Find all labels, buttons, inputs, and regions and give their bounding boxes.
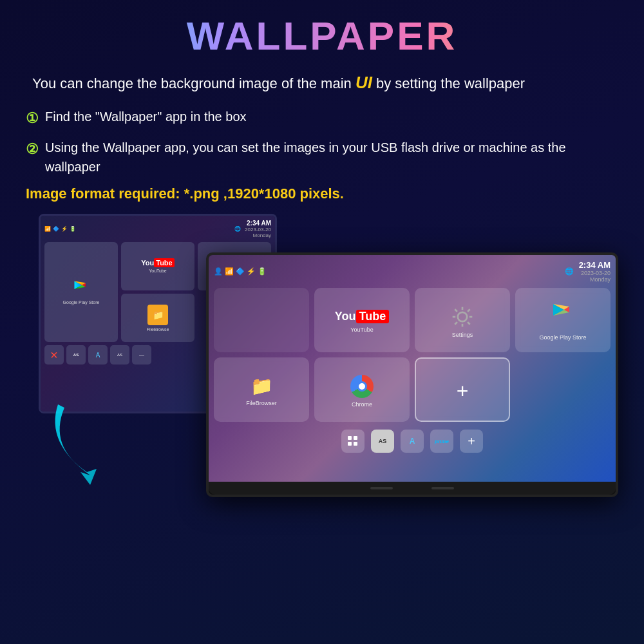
- tile-filebrowser-back[interactable]: 📁 FileBrowse: [121, 294, 194, 342]
- tv-front-stand: [209, 482, 616, 495]
- globe-icon: 🌐: [234, 226, 241, 232]
- tv-back-date: 2023-03-20: [245, 227, 271, 232]
- step-1-num: ①: [26, 108, 39, 129]
- step-1-text: Find the "Wallpaper" app in the box: [45, 107, 247, 126]
- bottom-prime-icon[interactable]: prime: [430, 430, 453, 453]
- tile-youtube-back[interactable]: YouTube YouTube: [121, 242, 194, 290]
- tv-front-status-icons: 👤 📶 🔷 ⚡ 🔋: [214, 267, 267, 276]
- tv-front: 👤 📶 🔷 ⚡ 🔋 🌐 2:34 AM 2023-03-20 Monday: [206, 252, 618, 497]
- battery-icon-front: 🔋: [258, 267, 267, 276]
- filebrowser-icon-back: 📁: [147, 305, 168, 325]
- tv-back-day: Monday: [245, 232, 271, 238]
- bottom-plus-icon[interactable]: +: [460, 430, 483, 453]
- bottom-grid-icon[interactable]: [341, 430, 365, 453]
- tile-playstore-back[interactable]: Google Play Store: [44, 242, 118, 342]
- chrome-label-front: Chrome: [352, 401, 372, 408]
- step-1: ① Find the "Wallpaper" app in the box: [26, 107, 618, 129]
- desc-highlight: UI: [355, 73, 372, 92]
- settings-gear-icon: [451, 305, 474, 328]
- grid-dot-3: [348, 442, 352, 446]
- grid-dot-1: [348, 436, 352, 440]
- small-tile-3[interactable]: A: [88, 345, 108, 365]
- small-tile-5[interactable]: —: [132, 345, 151, 365]
- screens-container: 📶 🔷 ⚡ 🔋 🌐 2:34 AM 2023-03-20 Monday: [26, 214, 618, 510]
- tile-empty-front[interactable]: [214, 288, 309, 352]
- grid-2x2-icon: [348, 436, 358, 446]
- bottom-a-icon[interactable]: A: [401, 430, 424, 453]
- tv-front-bottom-bar: AS A prime +: [214, 427, 611, 455]
- youtube-label-front: YouTube: [350, 327, 373, 333]
- desc-text2: by setting the wallpaper: [372, 75, 525, 91]
- tv-back-time: 2:34 AM: [245, 220, 271, 227]
- desc-text1: You can change the background image of t…: [32, 75, 355, 91]
- small-tile-2[interactable]: AS: [66, 345, 86, 365]
- battery-icon: 🔋: [70, 226, 76, 232]
- tv-front-screen: 👤 📶 🔷 ⚡ 🔋 🌐 2:34 AM 2023-03-20 Monday: [209, 255, 616, 482]
- filebrowser-label-front: FileBrowser: [246, 400, 277, 406]
- small-tile-4[interactable]: AS: [110, 345, 129, 365]
- tile-youtube-front[interactable]: YouTube YouTube: [314, 288, 410, 352]
- step-2-text: Using the Wallpaper app, you can set the…: [45, 138, 618, 176]
- svg-line-11: [468, 309, 470, 312]
- filebrowser-icon-front: 📁: [251, 375, 273, 397]
- svg-line-10: [468, 322, 470, 325]
- tv-front-time: 2:34 AM: [579, 260, 611, 270]
- playstore-icon-back: [72, 280, 90, 298]
- chrome-inner: [357, 381, 367, 392]
- transition-arrow: [39, 392, 142, 488]
- page: WALLPAPER You can change the background …: [0, 0, 644, 644]
- tv-front-time-block: 2:34 AM 2023-03-20 Monday: [579, 260, 611, 283]
- step-2: ② Using the Wallpaper app, you can set t…: [26, 138, 618, 176]
- tv-leg-left: [370, 487, 393, 489]
- grid-dot-4: [354, 442, 357, 446]
- bt-icon: 🔷: [53, 226, 59, 232]
- tv-front-status-bar: 👤 📶 🔷 ⚡ 🔋 🌐 2:34 AM 2023-03-20 Monday: [214, 260, 611, 283]
- chrome-icon-front: [350, 375, 374, 398]
- playstore-label-front: Google Play Store: [539, 334, 586, 341]
- tile-filebrowser-front[interactable]: 📁 FileBrowser: [214, 357, 309, 422]
- svg-point-4: [458, 312, 467, 321]
- youtube-label-back: YouTube: [149, 269, 167, 273]
- filebrowser-label-back: FileBrowse: [147, 327, 169, 332]
- plus-icon: +: [457, 379, 469, 403]
- settings-label-front: Settings: [452, 332, 473, 338]
- bottom-as-icon[interactable]: AS: [371, 430, 394, 453]
- tile-add-front[interactable]: +: [415, 357, 510, 422]
- tile-settings-front[interactable]: Settings: [415, 288, 510, 352]
- usb-icon-front: ⚡: [247, 267, 256, 276]
- tv-front-date: 2023-03-20: [579, 270, 611, 276]
- grid-dot-2: [354, 436, 357, 440]
- tv-leg-right: [431, 487, 454, 489]
- person-icon: 👤: [214, 267, 223, 276]
- tile-playstore-front[interactable]: Google Play Store: [515, 288, 611, 352]
- svg-line-9: [455, 309, 457, 312]
- wifi-icon-front: 📶: [225, 267, 234, 276]
- tile-chrome-front[interactable]: Chrome: [314, 357, 410, 422]
- tv-back-status-icons: 📶 🔷 ⚡ 🔋: [44, 226, 76, 232]
- arrow-container: [39, 392, 142, 491]
- tv-front-day: Monday: [579, 276, 611, 283]
- small-tile-1[interactable]: ❌: [44, 345, 64, 365]
- page-title: WALLPAPER: [26, 13, 618, 59]
- svg-line-12: [455, 322, 457, 325]
- usb-icon: ⚡: [61, 226, 68, 232]
- globe-icon-front: 🌐: [565, 267, 574, 276]
- step-2-num: ②: [26, 138, 39, 160]
- youtube-logo-back: YouTube: [141, 260, 174, 267]
- tv-back-status-bar: 📶 🔷 ⚡ 🔋 🌐 2:34 AM 2023-03-20 Monday: [44, 220, 271, 238]
- playstore-icon-front: [550, 303, 576, 331]
- tv-front-app-grid: YouTube YouTube: [214, 288, 611, 422]
- image-format-text: Image format required: *.png ,1920*1080 …: [26, 185, 618, 202]
- description: You can change the background image of t…: [26, 70, 618, 95]
- bt-icon-front: 🔷: [236, 267, 245, 276]
- wifi-icon: 📶: [44, 226, 51, 232]
- tv-back-time-block: 2:34 AM 2023-03-20 Monday: [245, 220, 271, 238]
- playstore-label-back: Google Play Store: [63, 300, 100, 305]
- youtube-logo-front: YouTube: [335, 310, 389, 324]
